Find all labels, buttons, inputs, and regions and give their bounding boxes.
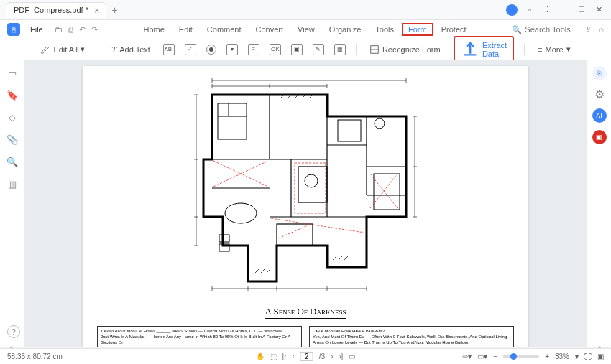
radio-field-icon[interactable] [206, 45, 216, 55]
recognize-form-label: Recognize Form [382, 45, 441, 54]
hamburger-icon: ≡ [538, 45, 542, 54]
statusbar: 58.35 x 80.72 cm ✋ ⬚ |‹ ‹ /3 › ›| ▭ ⬄▾ ▭… [0, 348, 611, 364]
tab-home[interactable]: Home [137, 23, 171, 36]
fit-width-icon[interactable]: ⬄▾ [462, 353, 472, 360]
combo-field-icon[interactable]: ▾ [226, 44, 238, 55]
text-field-icon[interactable]: AB| [163, 44, 175, 55]
text-icon: T [111, 44, 116, 55]
tab-convert[interactable]: Convert [249, 23, 290, 36]
add-tab-button[interactable]: + [112, 4, 118, 16]
tab-tools[interactable]: Tools [369, 23, 400, 36]
bookmarks-icon[interactable]: 🔖 [6, 90, 18, 101]
edit-all-label: Edit All [53, 45, 78, 54]
date-field-icon[interactable]: ▦ [334, 44, 346, 55]
save-icon[interactable]: 🗀 [55, 25, 63, 34]
hand-tool-icon[interactable]: ✋ [256, 353, 265, 360]
last-page-icon[interactable]: ›| [339, 353, 344, 360]
left-panel: ▭ 🔖 ◇ 📎 🔍 ▥ [0, 60, 24, 347]
prev-page-icon[interactable]: ‹ [292, 353, 294, 360]
document-columns: Talking About Modular Homes ______ Nancy… [97, 326, 514, 347]
properties-icon[interactable]: ⎘ [592, 66, 607, 80]
cloud-icon[interactable]: ⌂ [599, 25, 604, 34]
search-icon[interactable]: 🔍 [512, 25, 522, 34]
text-column-left: Talking About Modular Homes ______ Nancy… [97, 326, 302, 347]
svg-point-7 [305, 174, 318, 187]
image-field-icon[interactable]: ▣ [291, 44, 303, 55]
svg-rect-2 [277, 224, 313, 246]
page-total: /3 [319, 353, 325, 360]
zoom-slider[interactable] [503, 355, 539, 358]
select-tool-icon[interactable]: ⬚ [270, 353, 277, 360]
add-text-button[interactable]: T Add Text [109, 42, 153, 57]
more-label: More [546, 45, 564, 54]
comments-panel-icon[interactable]: ◇ [9, 112, 16, 123]
maximize-icon[interactable]: ☐ [576, 5, 587, 14]
tab-edit[interactable]: Edit [173, 23, 199, 36]
titlebar-controls: ▫ ⋮ — ☐ ✕ [506, 4, 611, 16]
next-page-icon[interactable]: › [331, 353, 333, 360]
menubar-right: ⇪ ⌂ [585, 25, 604, 34]
page-number-input[interactable] [300, 352, 313, 361]
main-area: ▭ 🔖 ◇ 📎 🔍 ▥ [0, 60, 611, 347]
close-window-icon[interactable]: ✕ [594, 5, 604, 14]
ai-badge-icon[interactable]: AI [592, 108, 607, 123]
tab-comment[interactable]: Comment [201, 23, 248, 36]
ribbon-tabs: Home Edit Comment Convert View Organize … [137, 23, 473, 36]
document-tab[interactable]: PDF_Compress.pdf * × [6, 2, 106, 18]
minimize-icon[interactable]: — [559, 6, 569, 14]
window-menu-icon[interactable]: ▫ [525, 6, 535, 14]
scan-icon [369, 45, 380, 55]
pdf-page: A Sense Of Darkness Talking About Modula… [83, 66, 528, 347]
close-tab-icon[interactable]: × [94, 5, 100, 16]
adjust-icon[interactable]: ⚙ [594, 88, 605, 101]
svg-point-9 [375, 118, 385, 129]
tab-organize[interactable]: Organize [323, 23, 368, 36]
svg-point-4 [225, 203, 257, 223]
col1-heading: Talking About Modular Homes ______ Nancy… [101, 329, 298, 335]
signature-field-icon[interactable]: ✎ [313, 44, 324, 55]
svg-rect-8 [374, 174, 400, 210]
col2-body: Yes, And Most Of Them Do — Often With 9 … [313, 335, 510, 346]
fields-panel-icon[interactable]: ▥ [8, 179, 17, 190]
zoom-out-icon[interactable]: − [493, 353, 497, 360]
upload-icon [461, 39, 479, 58]
app-badge-icon[interactable]: ▣ [592, 130, 607, 144]
quick-access: 🗀 ⎙ ↶ ↷ [55, 25, 98, 34]
floorplan-diagram [183, 73, 428, 296]
page-dimensions: 58.35 x 80.72 cm [7, 353, 63, 360]
zoom-in-icon[interactable]: + [545, 353, 549, 360]
search-panel-icon[interactable]: 🔍 [6, 157, 18, 167]
edit-all-button[interactable]: Edit All ▾ [37, 43, 88, 56]
redo-icon[interactable]: ↷ [91, 25, 98, 34]
tab-form[interactable]: Form [402, 23, 433, 36]
help-button[interactable]: ? [7, 325, 20, 338]
search-input[interactable] [525, 25, 582, 34]
print-icon[interactable]: ⎙ [68, 25, 73, 34]
list-field-icon[interactable]: ≡ [248, 44, 259, 55]
view-mode-icon[interactable]: ▭ [349, 353, 355, 360]
window-more-icon[interactable]: ⋮ [542, 5, 552, 14]
fit-page-icon[interactable]: ▭▾ [477, 353, 487, 360]
share-icon[interactable]: ⇪ [585, 25, 592, 34]
tab-protect[interactable]: Protect [435, 23, 473, 36]
checkbox-field-icon[interactable]: ✓ [185, 44, 196, 55]
more-button[interactable]: ≡ More ▾ [535, 43, 573, 55]
page-navigation: ✋ ⬚ |‹ ‹ /3 › ›| ▭ [256, 352, 356, 361]
extract-data-button[interactable]: Extract Data [454, 36, 515, 62]
thumbnails-icon[interactable]: ▭ [8, 67, 17, 78]
fullscreen-icon[interactable]: ⛶ [584, 353, 592, 360]
tab-view[interactable]: View [291, 23, 321, 36]
read-mode-icon[interactable]: ▣ [597, 353, 604, 360]
file-menu[interactable]: File [26, 25, 47, 34]
zoom-chevron-icon[interactable]: ▾ [575, 353, 579, 360]
document-tab-name: PDF_Compress.pdf * [14, 6, 88, 14]
first-page-icon[interactable]: |‹ [282, 353, 287, 360]
attachments-icon[interactable]: 📎 [6, 134, 18, 145]
undo-icon[interactable]: ↶ [79, 25, 86, 34]
button-field-icon[interactable]: OK [270, 44, 281, 55]
document-canvas[interactable]: A Sense Of Darkness Talking About Modula… [24, 60, 587, 347]
zoom-slider-thumb[interactable] [510, 353, 517, 360]
recognize-form-button[interactable]: Recognize Form [367, 43, 444, 56]
user-avatar-icon[interactable] [506, 4, 518, 16]
form-toolbar: Edit All ▾ T Add Text AB| ✓ ▾ ≡ OK ▣ ✎ ▦… [0, 39, 611, 60]
